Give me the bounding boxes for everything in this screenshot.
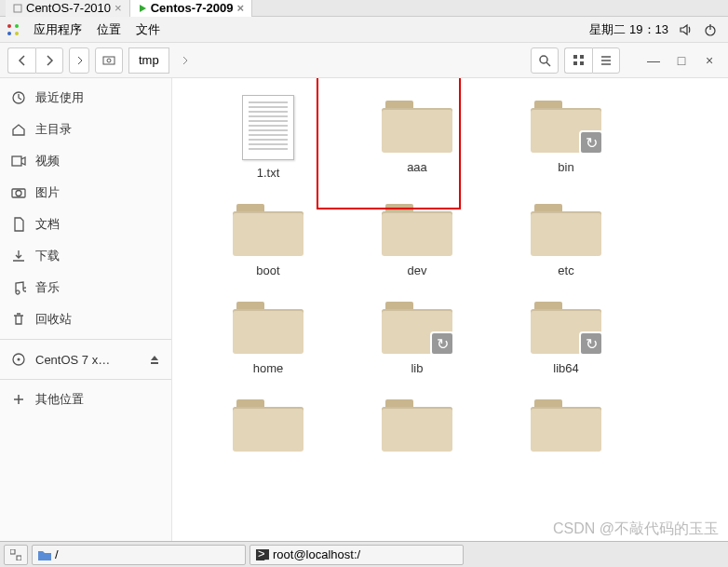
path-disk-button[interactable] xyxy=(95,47,123,74)
file-item[interactable]: dev xyxy=(347,198,487,277)
folder-icon xyxy=(529,394,603,453)
sidebar-item-label: 音乐 xyxy=(35,279,60,296)
forward-button[interactable] xyxy=(35,47,63,74)
play-icon xyxy=(138,4,147,13)
sidebar-item-label: 图片 xyxy=(35,184,60,201)
svg-point-24 xyxy=(18,358,20,361)
menu-places[interactable]: 位置 xyxy=(89,21,128,38)
icon-view-button[interactable] xyxy=(564,47,592,74)
sidebar-item-0[interactable]: 最近使用 xyxy=(0,82,171,114)
svg-rect-8 xyxy=(103,57,115,64)
folder-icon xyxy=(380,198,454,258)
file-item[interactable] xyxy=(198,394,338,459)
file-item[interactable] xyxy=(496,394,636,459)
close-button[interactable]: × xyxy=(698,49,721,72)
file-item[interactable]: ↻lib xyxy=(347,296,487,375)
close-icon[interactable]: × xyxy=(115,1,122,15)
disc-icon xyxy=(11,352,26,367)
svg-point-4 xyxy=(7,32,11,35)
path-next-button[interactable] xyxy=(175,47,195,74)
sidebar-item-label: 其他位置 xyxy=(35,391,84,408)
sidebar-item-2[interactable]: 视频 xyxy=(0,145,171,177)
apps-logo-icon xyxy=(6,22,20,37)
file-grid-area[interactable]: 1.txtaaa↻binbootdevetchome↻lib↻lib64 xyxy=(172,78,728,541)
svg-rect-25 xyxy=(10,549,15,554)
music-icon xyxy=(11,280,26,295)
file-item[interactable]: boot xyxy=(198,198,338,277)
sidebar-item-9[interactable]: 其他位置 xyxy=(0,384,171,415)
taskbar-terminal-label: root@localhost:/ xyxy=(273,547,360,561)
file-item[interactable]: ↻lib64 xyxy=(496,296,636,375)
menu-applications[interactable]: 应用程序 xyxy=(26,21,89,38)
tab-icon xyxy=(13,4,22,13)
sidebar-item-4[interactable]: 文档 xyxy=(0,209,171,240)
download-icon xyxy=(11,249,26,263)
svg-rect-15 xyxy=(580,61,584,65)
taskbar-workspace-button[interactable] xyxy=(4,545,28,565)
sidebar-item-7[interactable]: 回收站 xyxy=(0,304,171,335)
sidebar-item-6[interactable]: 音乐 xyxy=(0,272,171,304)
taskbar-files-button[interactable]: / xyxy=(32,545,246,565)
close-icon[interactable]: × xyxy=(237,1,245,15)
eject-icon[interactable] xyxy=(149,354,160,365)
svg-point-9 xyxy=(107,59,111,62)
file-item[interactable]: ↻bin xyxy=(496,95,636,180)
camera-icon xyxy=(11,185,26,200)
file-item[interactable]: aaa xyxy=(347,95,487,180)
volume-icon[interactable] xyxy=(674,23,698,36)
svg-point-22 xyxy=(16,191,21,196)
taskbar: / >_ root@localhost:/ xyxy=(0,541,728,567)
file-item[interactable]: 1.txt xyxy=(198,95,338,180)
svg-text:>_: >_ xyxy=(258,549,269,560)
terminal-icon: >_ xyxy=(256,549,269,560)
trash-icon xyxy=(11,312,26,327)
folder-icon xyxy=(231,394,305,453)
power-icon[interactable] xyxy=(698,23,722,36)
sidebar-item-label: 主目录 xyxy=(35,121,72,138)
menu-button[interactable] xyxy=(592,47,620,74)
svg-rect-12 xyxy=(573,55,577,59)
svg-point-2 xyxy=(7,24,11,28)
file-label: lib64 xyxy=(553,361,578,375)
file-label: etc xyxy=(558,263,573,277)
taskbar-terminal-button[interactable]: >_ root@localhost:/ xyxy=(249,545,464,565)
sidebar-item-3[interactable]: 图片 xyxy=(0,177,171,209)
path-root-button[interactable] xyxy=(69,47,89,74)
vm-tabs: CentOS-7-2010 × Centos-7-2009 × xyxy=(0,0,728,17)
clock-icon xyxy=(11,90,26,105)
symlink-badge-icon: ↻ xyxy=(579,130,603,155)
folder-icon: ↻ xyxy=(529,296,603,356)
file-item[interactable]: etc xyxy=(496,198,636,277)
sidebar-item-1[interactable]: 主目录 xyxy=(0,114,171,145)
file-item[interactable] xyxy=(347,394,487,459)
vm-tab-label: CentOS-7-2010 xyxy=(26,1,111,15)
maximize-button[interactable]: □ xyxy=(670,49,693,72)
home-icon xyxy=(11,122,26,137)
file-label: dev xyxy=(408,263,427,277)
sidebar-item-5[interactable]: 下载 xyxy=(0,240,171,272)
folder-icon xyxy=(231,296,305,356)
back-button[interactable] xyxy=(7,47,35,74)
vm-tab-2[interactable]: Centos-7-2009 × xyxy=(130,0,252,17)
clock[interactable]: 星期二 19：13 xyxy=(589,21,668,38)
minimize-button[interactable]: — xyxy=(642,49,665,72)
file-item[interactable]: home xyxy=(198,296,338,375)
sidebar-item-label: 回收站 xyxy=(35,311,72,328)
folder-icon: ↻ xyxy=(529,95,603,155)
folder-icon xyxy=(380,95,454,155)
nav-group xyxy=(7,47,63,74)
folder-icon: ↻ xyxy=(380,296,454,356)
path-segment[interactable]: tmp xyxy=(128,47,169,74)
vm-tab-label: Centos-7-2009 xyxy=(151,1,234,15)
sidebar-item-label: 视频 xyxy=(35,153,60,169)
symlink-badge-icon: ↻ xyxy=(579,331,603,356)
search-button[interactable] xyxy=(531,47,559,74)
vm-tab-1[interactable]: CentOS-7-2010 × xyxy=(6,0,130,17)
file-label: aaa xyxy=(407,160,427,174)
folder-icon xyxy=(529,198,603,258)
view-group xyxy=(564,47,620,74)
sidebar: 最近使用主目录视频图片文档下载音乐回收站CentOS 7 x…其他位置 xyxy=(0,78,172,541)
main-area: 最近使用主目录视频图片文档下载音乐回收站CentOS 7 x…其他位置 1.tx… xyxy=(0,78,728,541)
sidebar-item-8[interactable]: CentOS 7 x… xyxy=(0,344,171,375)
menu-files[interactable]: 文件 xyxy=(128,21,168,38)
